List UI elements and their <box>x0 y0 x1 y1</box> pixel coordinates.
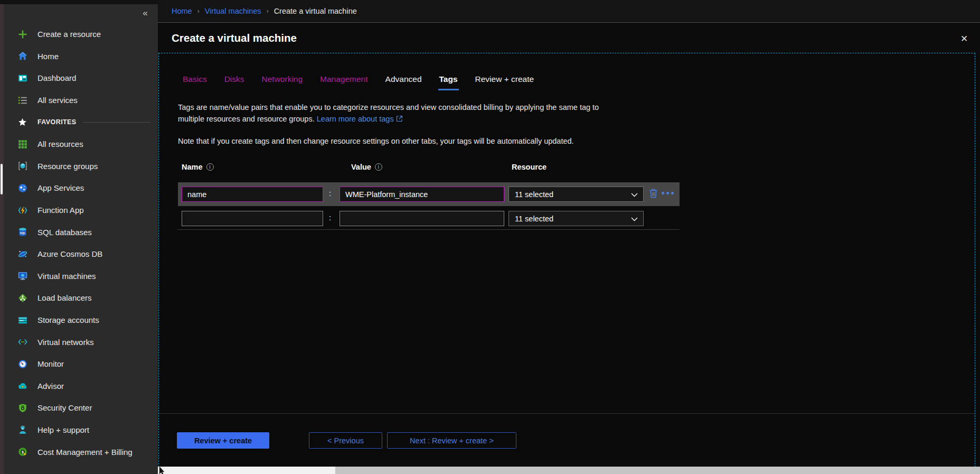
tab-review-create[interactable]: Review + create <box>475 75 534 88</box>
sidebar-item-resource-groups[interactable]: Resource groups <box>0 155 158 178</box>
tab-basics[interactable]: Basics <box>183 75 207 88</box>
horizontal-scrollbar[interactable] <box>158 467 980 474</box>
tab-label: Review + create <box>475 75 534 83</box>
table-bottom-divider <box>178 229 680 230</box>
azure-portal-window: « Create a resource Home Dashboard All s… <box>0 0 980 474</box>
delete-row-icon[interactable] <box>649 188 659 200</box>
breadcrumb-separator-icon: › <box>197 7 200 15</box>
advisor-icon <box>17 381 27 391</box>
sidebar-item-app-services[interactable]: App Services <box>0 177 158 199</box>
review-create-button[interactable]: Review + create <box>177 432 269 449</box>
sidebar-nav-list: Create a resource Home Dashboard All ser… <box>0 23 158 463</box>
app-services-icon <box>17 183 27 193</box>
tag-value-input[interactable] <box>340 187 504 202</box>
sidebar-item-label: Virtual networks <box>37 338 93 347</box>
scroll-position-indicator[interactable] <box>1 164 3 194</box>
blade-title-bar: Create a virtual machine ✕ <box>158 22 980 55</box>
tab-label: Basics <box>183 75 207 83</box>
chevron-down-icon <box>631 214 638 224</box>
tab-networking[interactable]: Networking <box>262 75 303 88</box>
sidebar-item-monitor[interactable]: Monitor <box>0 353 158 375</box>
tab-tags[interactable]: Tags <box>439 75 458 88</box>
sidebar-item-azure-cosmos-db[interactable]: Azure Cosmos DB <box>0 243 158 265</box>
sidebar-item-label: Monitor <box>37 359 64 368</box>
tab-label: Management <box>320 75 368 83</box>
sidebar-item-all-resources[interactable]: All resources <box>0 133 158 155</box>
sidebar-item-label: Storage accounts <box>37 315 99 324</box>
sidebar-item-label: Function App <box>37 206 84 215</box>
sidebar-item-label: Cost Management + Billing <box>37 448 133 457</box>
learn-more-link[interactable]: Learn more about tags <box>317 115 394 123</box>
breadcrumb-virtual-machines[interactable]: Virtual machines <box>205 7 261 15</box>
info-icon[interactable]: i <box>206 163 214 171</box>
breadcrumb-current: Create a virtual machine <box>274 7 357 15</box>
sidebar-item-label: Home <box>37 52 59 61</box>
tag-value-input-empty[interactable] <box>340 211 504 226</box>
sidebar-item-help-support[interactable]: Help + support <box>0 419 158 441</box>
sidebar-item-label: Help + support <box>37 425 89 434</box>
breadcrumb-home[interactable]: Home <box>172 7 192 15</box>
sidebar-favorites-header: FAVORITES <box>0 111 158 133</box>
sidebar-item-dashboard[interactable]: Dashboard <box>0 67 158 89</box>
sidebar-item-security-center[interactable]: Security Center <box>0 397 158 419</box>
create-resource-icon <box>17 29 27 39</box>
tab-label: Advanced <box>385 75 422 83</box>
next-button[interactable]: Next : Review + create > <box>387 432 516 449</box>
tab-advanced[interactable]: Advanced <box>385 75 422 88</box>
page-title: Create a virtual machine <box>172 32 297 44</box>
sidebar-item-storage-accounts[interactable]: Storage accounts <box>0 309 158 331</box>
sidebar-item-label: Advisor <box>37 382 64 391</box>
sidebar-item-label: Load balancers <box>37 293 92 302</box>
help-support-icon <box>17 425 27 435</box>
monitor-icon <box>17 359 27 369</box>
close-icon[interactable]: ✕ <box>957 31 972 46</box>
column-header-value: Value i <box>351 163 382 171</box>
sidebar-item-label: Dashboard <box>37 73 76 82</box>
dashboard-icon <box>17 73 27 83</box>
info-icon[interactable]: i <box>375 163 382 171</box>
description-line2: multiple resources and resource groups. <box>178 115 315 123</box>
sidebar-item-cost-management-billing[interactable]: $ Cost Management + Billing <box>0 441 158 463</box>
function-app-icon <box>17 205 27 215</box>
scrollbar-thumb[interactable] <box>158 467 335 474</box>
breadcrumb-separator-icon: › <box>267 7 269 15</box>
home-icon <box>17 51 27 61</box>
external-link-icon <box>396 114 403 126</box>
previous-button[interactable]: < Previous <box>309 432 382 449</box>
resource-dropdown[interactable]: 11 selected <box>508 211 644 226</box>
sidebar-item-label: All services <box>37 96 78 105</box>
security-center-icon <box>17 403 27 413</box>
tab-label: Disks <box>224 75 244 83</box>
tags-tab-content: Basics Disks Networking Management Advan… <box>158 53 975 467</box>
tab-disks[interactable]: Disks <box>224 75 244 88</box>
tag-name-input[interactable] <box>182 187 323 202</box>
resource-dropdown[interactable]: 11 selected <box>508 187 644 202</box>
sidebar-collapse-button[interactable]: « <box>136 4 154 22</box>
sidebar-item-function-app[interactable]: Function App <box>0 199 158 221</box>
favorites-label: FAVORITES <box>37 118 77 126</box>
sidebar-item-virtual-machines[interactable]: Virtual machines <box>0 265 158 287</box>
sidebar-item-label: Azure Cosmos DB <box>37 249 102 258</box>
sidebar-item-advisor[interactable]: Advisor <box>0 375 158 397</box>
all-services-icon <box>17 95 27 105</box>
sidebar-item-load-balancers[interactable]: Load balancers <box>0 287 158 309</box>
cosmos-db-icon <box>17 249 27 259</box>
colon-separator: : <box>327 189 333 198</box>
description-line1: Tags are name/value pairs that enable yo… <box>178 103 599 111</box>
sidebar-item-create-a-resource[interactable]: Create a resource <box>0 23 158 45</box>
sidebar-item-label: Virtual machines <box>37 272 96 281</box>
sidebar-item-label: Create a resource <box>37 30 101 39</box>
sidebar-item-label: App Services <box>37 183 84 192</box>
sidebar-item-all-services[interactable]: All services <box>0 89 158 111</box>
sidebar-item-label: SQL databases <box>37 228 92 237</box>
sidebar-item-label: Security Center <box>37 403 92 412</box>
sidebar-item-virtual-networks[interactable]: Virtual networks <box>0 331 158 353</box>
sidebar: « Create a resource Home Dashboard All s… <box>0 0 158 474</box>
tab-management[interactable]: Management <box>320 75 368 88</box>
sidebar-item-sql-databases[interactable]: SQL SQL databases <box>0 221 158 243</box>
more-options-icon[interactable] <box>662 192 674 194</box>
tag-name-input-empty[interactable] <box>182 211 323 226</box>
sidebar-item-home[interactable]: Home <box>0 45 158 68</box>
breadcrumb: Home › Virtual machines › Create a virtu… <box>158 0 980 22</box>
chevron-down-icon <box>631 190 638 199</box>
